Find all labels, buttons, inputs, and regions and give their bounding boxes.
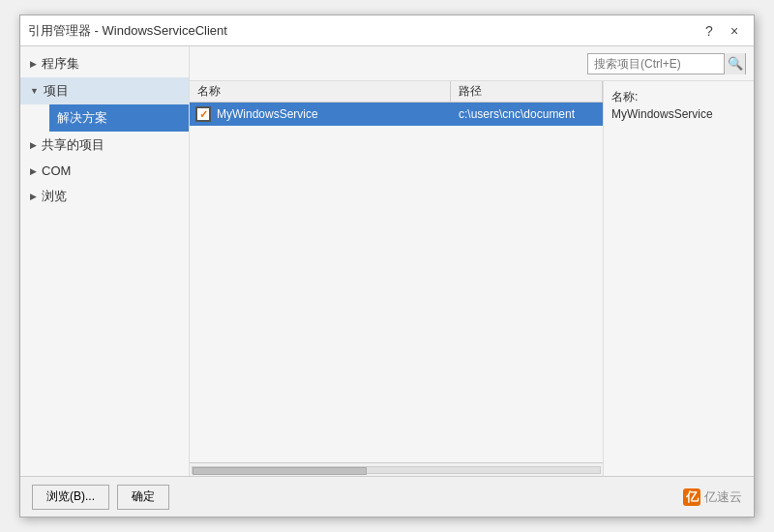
- detail-name-value: MyWindowsService: [611, 107, 746, 121]
- help-button[interactable]: ?: [698, 20, 721, 42]
- search-input[interactable]: [588, 57, 724, 71]
- reference-manager-dialog: 引用管理器 - WindowsServiceClient ? × ▶ 程序集 ▼…: [19, 15, 755, 517]
- detail-panel: 名称: MyWindowsService: [604, 81, 754, 476]
- col-header-path: 路径: [451, 81, 603, 102]
- row-name: MyWindowsService: [213, 107, 455, 121]
- scrollbar-track[interactable]: [192, 466, 601, 474]
- arrow-icon: ▶: [30, 140, 37, 150]
- main-area: 🔍 名称 路径: [190, 46, 754, 476]
- watermark-logo-text: 亿: [686, 488, 699, 506]
- arrow-icon: ▼: [30, 86, 39, 96]
- arrow-icon: ▶: [30, 59, 37, 69]
- arrow-icon: ▶: [30, 166, 37, 176]
- sidebar-item-browse[interactable]: ▶ 浏览: [20, 183, 189, 210]
- reference-icon: [194, 104, 213, 124]
- sidebar-sub-solution: 解决方案: [20, 104, 189, 132]
- sidebar-label-shared-project: 共享的项目: [42, 136, 104, 154]
- watermark: 亿 亿速云: [683, 488, 742, 506]
- sidebar-item-shared-project[interactable]: ▶ 共享的项目: [20, 132, 189, 159]
- sidebar-item-assemblies[interactable]: ▶ 程序集: [20, 50, 189, 77]
- close-button[interactable]: ×: [723, 20, 746, 42]
- search-icon: 🔍: [728, 56, 743, 71]
- list-items: MyWindowsService c:\users\cnc\document: [190, 103, 603, 462]
- list-header: 名称 路径: [190, 81, 603, 103]
- list-area: 名称 路径 MyWindowsService c:\users\cnc\docu…: [190, 81, 604, 476]
- ok-button[interactable]: 确定: [117, 485, 169, 510]
- titlebar-buttons: ? ×: [698, 20, 746, 42]
- titlebar: 引用管理器 - WindowsServiceClient ? ×: [20, 15, 754, 46]
- sidebar-label-assemblies: 程序集: [42, 55, 79, 73]
- sidebar-item-project[interactable]: ▼ 项目: [20, 77, 189, 104]
- scrollbar-thumb[interactable]: [193, 467, 367, 475]
- dialog-title: 引用管理器 - WindowsServiceClient: [28, 22, 698, 40]
- watermark-text: 亿速云: [704, 488, 742, 506]
- sidebar-label-com: COM: [42, 163, 71, 178]
- browse-button[interactable]: 浏览(B)...: [32, 485, 109, 510]
- watermark-logo: 亿: [683, 488, 700, 506]
- dialog-content: ▶ 程序集 ▼ 项目 解决方案 ▶ 共享的项目 ▶ COM: [20, 46, 754, 476]
- sidebar-label-solution: 解决方案: [57, 109, 107, 127]
- sidebar-item-com[interactable]: ▶ COM: [20, 159, 189, 183]
- col-header-name: 名称: [190, 81, 451, 102]
- toolbar: 🔍: [190, 46, 754, 81]
- body-area: 名称 路径 MyWindowsService c:\users\cnc\docu…: [190, 81, 754, 476]
- footer: 浏览(B)... 确定 亿 亿速云: [20, 476, 754, 517]
- table-row[interactable]: MyWindowsService c:\users\cnc\document: [190, 103, 603, 126]
- horizontal-scrollbar[interactable]: [190, 462, 603, 476]
- sidebar-label-browse: 浏览: [42, 188, 67, 205]
- detail-name-label: 名称:: [611, 89, 746, 105]
- arrow-icon: ▶: [30, 192, 37, 201]
- row-path: c:\users\cnc\document: [455, 107, 603, 121]
- sidebar-item-solution[interactable]: 解决方案: [49, 104, 189, 132]
- search-button[interactable]: 🔍: [724, 53, 745, 74]
- sidebar-label-project: 项目: [44, 82, 69, 100]
- sidebar: ▶ 程序集 ▼ 项目 解决方案 ▶ 共享的项目 ▶ COM: [20, 46, 190, 476]
- search-box[interactable]: 🔍: [587, 53, 746, 74]
